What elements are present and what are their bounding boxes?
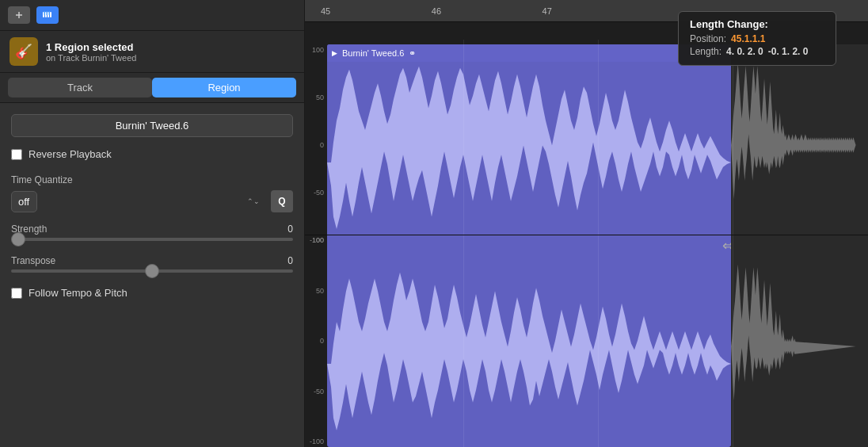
cross-icon [14, 10, 24, 20]
loop-icon: ⚭ [409, 48, 416, 59]
tooltip-delta-value: -0. 1. 2. 0 [768, 46, 809, 57]
length-tooltip: Length Change: Position: 45.1.1.1 Length… [678, 11, 836, 66]
tooltip-length-row: Length: 4. 0. 2. 0 -0. 1. 2. 0 [690, 46, 824, 57]
resize-icon: ⇔ [722, 237, 732, 254]
region-name-display: Burnin' Tweed.6 [342, 48, 404, 58]
track-area: 100 50 0 -50 -100 100 50 0 -50 -100 ▶ Bu… [305, 22, 868, 447]
follow-tempo-checkbox[interactable] [11, 288, 22, 299]
y-top-neg50: -50 [305, 189, 327, 197]
strength-slider-track[interactable] [11, 238, 293, 241]
svg-rect-7 [47, 11, 48, 15]
y-top-50: 50 [305, 94, 327, 101]
y-top-100: 100 [305, 46, 327, 54]
follow-tempo-row: Follow Tempo & Pitch [11, 287, 293, 299]
tooltip-position-row: Position: 45.1.1.1 [690, 33, 824, 44]
waveform-top [327, 62, 731, 263]
y-top-0: 0 [305, 141, 327, 149]
grid-line-1 [463, 40, 464, 447]
track-tab[interactable]: Track [8, 78, 152, 97]
track-divider [305, 235, 868, 235]
top-bar [0, 0, 304, 31]
app-container: 🎸 1 Region selected on Track Burnin' Twe… [0, 0, 868, 447]
strength-row: Strength 0 [11, 224, 293, 235]
waveform-bottom [327, 263, 731, 447]
reverse-playback-label: Reverse Playback [29, 148, 112, 160]
outer-track [731, 44, 868, 447]
region-block[interactable]: ▶ Burnin' Tweed.6 ⚭ ⇔ [327, 44, 731, 447]
transpose-slider-track[interactable] [11, 269, 293, 273]
follow-tempo-label: Follow Tempo & Pitch [29, 287, 128, 299]
transpose-container: Transpose 0 [11, 255, 293, 273]
tooltip-position-label: Position: [690, 33, 726, 44]
svg-rect-5 [50, 12, 51, 17]
transpose-label: Transpose [11, 255, 55, 266]
marker-45: 45 [313, 6, 428, 16]
y-bot-0: 0 [305, 337, 327, 345]
marker-47: 47 [539, 6, 650, 16]
region-header-bar: ▶ Burnin' Tweed.6 ⚭ [327, 44, 731, 62]
marker-46: 46 [428, 6, 539, 16]
right-panel: 45 46 47 100 50 0 -50 -100 [305, 0, 868, 447]
tooltip-length-value: 4. 0. 2. 0 [726, 46, 763, 57]
resize-handle[interactable]: ⇔ [720, 234, 731, 258]
region-tab[interactable]: Region [152, 78, 296, 97]
region-title: 1 Region selected [46, 41, 136, 53]
midi-btn[interactable] [36, 6, 59, 24]
tooltip-position-value: 45.1.1.1 [731, 33, 765, 44]
y-bot-100: 100 [305, 236, 327, 244]
grid-line-3 [733, 40, 733, 447]
midi-icon [42, 10, 53, 20]
y-bot-neg100: -100 [305, 437, 327, 445]
quantize-select-wrapper: off [11, 191, 266, 212]
y-axis-top: 100 50 0 -50 -100 [305, 44, 327, 246]
strength-container: Strength 0 [11, 224, 293, 241]
svg-rect-6 [44, 11, 46, 15]
strength-value: 0 [287, 224, 293, 235]
region-info: 🎸 1 Region selected on Track Burnin' Twe… [0, 31, 304, 73]
reverse-playback-row: Reverse Playback [11, 148, 293, 160]
svg-rect-8 [49, 11, 51, 15]
region-subtitle: on Track Burnin' Tweed [46, 53, 136, 63]
strength-slider-thumb[interactable] [11, 232, 25, 246]
region-name-input[interactable] [11, 114, 293, 137]
tooltip-title: Length Change: [690, 18, 824, 30]
tooltip-length-label: Length: [690, 46, 721, 57]
left-panel: 🎸 1 Region selected on Track Burnin' Twe… [0, 0, 305, 447]
play-icon: ▶ [332, 49, 337, 57]
transpose-slider-thumb[interactable] [145, 264, 159, 278]
tab-bar: Track Region [0, 73, 304, 103]
quantize-row: off Q [11, 190, 293, 212]
transpose-value: 0 [287, 255, 293, 266]
quantize-select[interactable]: off [11, 191, 37, 212]
y-axis-bottom: 100 50 0 -50 -100 [305, 235, 327, 447]
grey-waveform-top [731, 44, 868, 246]
panel-body: Reverse Playback Time Quantize off Q Str… [0, 103, 304, 447]
grey-waveform-bottom [731, 246, 868, 447]
grid-line-2 [598, 40, 599, 447]
amp-icon: 🎸 [10, 37, 38, 66]
region-text: 1 Region selected on Track Burnin' Tweed [46, 41, 136, 63]
q-button[interactable]: Q [271, 190, 293, 212]
reverse-playback-checkbox[interactable] [11, 149, 22, 160]
cross-btn[interactable] [8, 6, 30, 24]
y-bot-neg50: -50 [305, 388, 327, 395]
time-quantize-label: Time Quantize [11, 174, 293, 185]
y-bot-50: 50 [305, 287, 327, 295]
